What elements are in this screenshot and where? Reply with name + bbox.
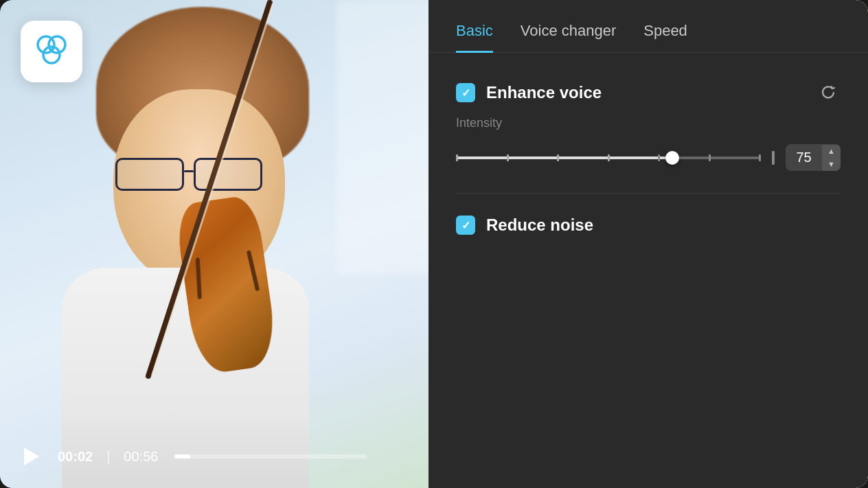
right-panel: Basic Voice changer Speed ✓ Enhance voic…: [429, 0, 868, 488]
reset-icon: [821, 85, 836, 100]
glasses-bridge: [184, 170, 194, 172]
slider-thumb[interactable]: [665, 151, 679, 165]
panel-content: ✓ Enhance voice Intensity: [429, 53, 868, 268]
play-button[interactable]: [16, 441, 47, 472]
tick-6: [759, 154, 761, 161]
reset-button[interactable]: [816, 80, 841, 105]
section-divider: [456, 193, 841, 194]
video-controls: 00:02 | 00:56: [16, 441, 367, 472]
progress-bar[interactable]: [174, 454, 367, 458]
logo-svg: [31, 31, 72, 72]
spinner-up[interactable]: ▲: [822, 145, 841, 158]
intensity-slider[interactable]: [456, 151, 761, 165]
time-current: 00:02: [58, 449, 93, 465]
glasses-left: [115, 158, 184, 191]
number-spinners: ▲ ▼: [822, 145, 841, 171]
play-icon: [24, 448, 39, 465]
enhance-voice-checkbox[interactable]: ✓: [456, 83, 475, 102]
slider-row: 75 ▲ ▼: [456, 144, 841, 171]
intensity-label: Intensity: [456, 116, 841, 130]
time-total: 00:56: [124, 449, 158, 465]
time-separator: |: [106, 449, 110, 465]
tab-speed[interactable]: Speed: [643, 22, 687, 53]
enhance-voice-label: Enhance voice: [486, 83, 805, 102]
checkmark-icon: ✓: [461, 86, 470, 100]
enhance-voice-row: ✓ Enhance voice: [456, 80, 841, 105]
slider-end-mark: [772, 151, 775, 165]
number-input-container[interactable]: 75 ▲ ▼: [786, 144, 841, 171]
slider-fill: [456, 156, 672, 159]
reduce-noise-checkmark: ✓: [461, 219, 470, 232]
spinner-down[interactable]: ▼: [822, 158, 841, 171]
app-logo: [21, 21, 82, 82]
tick-5: [709, 154, 711, 161]
reduce-noise-label: Reduce noise: [486, 216, 841, 235]
tabs-container: Basic Voice changer Speed: [429, 0, 868, 53]
tab-basic[interactable]: Basic: [456, 22, 493, 53]
progress-fill: [174, 454, 190, 458]
app-container: High quality audio 00:02 | 00:56 Basic V…: [0, 0, 868, 488]
tab-voice-changer[interactable]: Voice changer: [521, 22, 616, 53]
slider-track: [456, 156, 761, 159]
reduce-noise-row: ✓ Reduce noise: [456, 216, 841, 235]
reduce-noise-checkbox[interactable]: ✓: [456, 216, 475, 235]
bg-wall: [336, 0, 439, 275]
glasses-right: [194, 158, 262, 191]
intensity-value: 75: [786, 144, 822, 171]
